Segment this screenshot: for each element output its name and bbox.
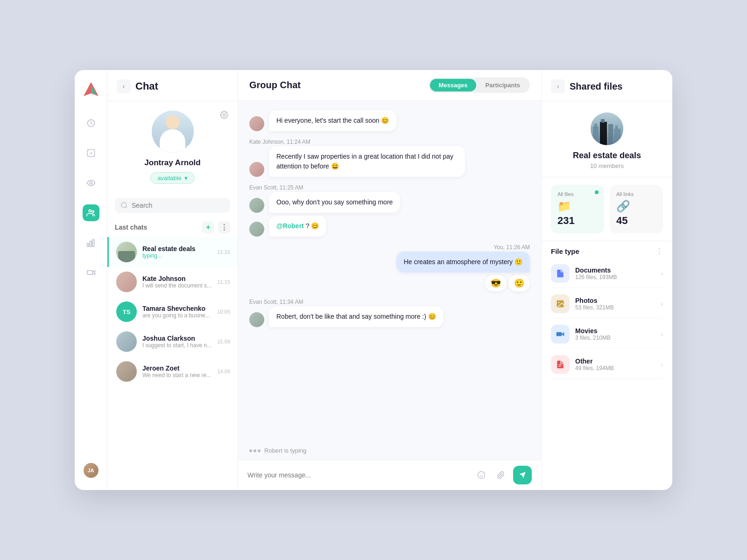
chat-item[interactable]: Joshua Clarkson I suggest to start, I ha… (107, 327, 238, 357)
message-row: @Robert ? 😊 (249, 216, 530, 237)
chat-name: Jeroen Zoet (142, 364, 211, 372)
message-bubble: Ooo, why don't you say something more (269, 192, 400, 213)
chat-header-title: Group Chat (249, 80, 301, 91)
svg-point-13 (478, 472, 485, 479)
svg-rect-7 (87, 244, 88, 247)
svg-rect-22 (615, 126, 618, 129)
settings-icon[interactable] (220, 111, 228, 121)
chevron-right-icon: › (661, 300, 663, 308)
message-row: Recently I saw properties in a great loc… (249, 146, 530, 177)
chat-item[interactable]: Jeroen Zoet We need to start a new re...… (107, 357, 238, 386)
file-stats: All files 📁 231 All links 🔗 45 (542, 177, 672, 241)
file-type-info: Movies 3 files, 210MB (575, 327, 655, 341)
file-type-photos[interactable]: Photos 53 files, 321MB › (551, 290, 663, 318)
svg-point-6 (92, 210, 94, 212)
nav-video[interactable] (83, 264, 99, 281)
message-group: Kate Johnson, 11:24 AM Recently I saw pr… (249, 139, 530, 177)
chat-item[interactable]: Kate Johnson I will send the document s.… (107, 267, 238, 297)
chat-time: 14.09 (217, 369, 230, 374)
nav-tasks[interactable] (83, 145, 99, 161)
emoji-reaction-row: 😎 🙂 (249, 275, 530, 291)
right-panel-header: › Shared files (542, 79, 672, 101)
back-button[interactable]: ‹ (117, 79, 131, 93)
online-dot (595, 190, 599, 194)
message-row-sent: He creates an atmosphere of mystery 🙂 (249, 252, 530, 273)
attachment-button[interactable] (493, 468, 508, 483)
online-indicator (186, 145, 192, 151)
add-chat-button[interactable]: + (202, 221, 214, 233)
emoji-button[interactable] (474, 468, 489, 483)
other-icon (551, 355, 570, 374)
status-arrow: ▾ (184, 175, 188, 182)
file-type-documents[interactable]: Documents 126 files, 193MB › (551, 259, 663, 288)
chat-time: 10:05 (217, 309, 230, 315)
message-sender-label: You, 11:26 AM (249, 244, 530, 251)
message-bubble-mention: @Robert ? 😊 (269, 216, 326, 237)
chat-name: Tamara Shevchenko (142, 305, 211, 312)
chat-item[interactable]: TS Tamara Shevchenko are you going to a … (107, 297, 238, 327)
file-type-name: Photos (575, 297, 655, 304)
group-info: Real estate deals 10 members (542, 101, 672, 177)
chat-list: Real estate deals typing... 11:15 Kate J… (107, 237, 238, 481)
file-type-header: File type ⋮ (542, 241, 672, 259)
typing-dot (258, 449, 261, 452)
file-type-name: Other (575, 357, 655, 365)
message-avatar (249, 312, 264, 327)
last-chats-label: Last chats (115, 224, 147, 231)
main-chat: Group Chat Messages Participants Hi ever… (238, 70, 542, 490)
nav-analytics[interactable] (83, 234, 99, 251)
chevron-right-icon: › (661, 330, 663, 338)
profile-section: Jontray Arnold available ▾ (107, 101, 238, 193)
message-avatar (249, 162, 264, 177)
expand-button[interactable]: › (551, 79, 565, 93)
last-chats-header: Last chats + ⋮ (107, 217, 238, 237)
file-type-name: Documents (575, 266, 655, 274)
chevron-right-icon: › (661, 270, 663, 277)
file-type-movies[interactable]: Movies 3 files, 210MB › (551, 320, 663, 349)
nav-visibility[interactable] (83, 175, 99, 191)
all-links-card[interactable]: All links 🔗 45 (610, 185, 663, 233)
nav-contacts[interactable] (83, 204, 99, 221)
file-type-other[interactable]: Other 49 files, 194MB › (551, 350, 663, 379)
chat-avatar-joshua (116, 331, 137, 352)
chat-preview: are you going to a busine... (142, 312, 211, 319)
file-type-meta: 53 files, 321MB (575, 304, 655, 311)
left-nav: JA (75, 70, 107, 490)
nav-bottom: JA (83, 462, 99, 479)
message-bubble: Hi everyone, let's start the call soon 😊 (269, 110, 396, 131)
search-icon (120, 202, 128, 209)
message-avatar (249, 116, 264, 131)
message-bubble-sent: He creates an atmosphere of mystery 🙂 (396, 252, 530, 273)
chat-name: Real estate deals (142, 245, 211, 252)
emoji-bubble: 😎 (485, 275, 507, 291)
nav-history[interactable] (83, 115, 99, 132)
file-type-info: Other 49 files, 194MB (575, 357, 655, 371)
nav-user-avatar[interactable]: JA (83, 462, 99, 479)
chat-time: 15.09 (217, 339, 230, 344)
message-input[interactable] (247, 471, 469, 479)
typing-dot (254, 449, 256, 452)
right-panel: › Shared files Real e (542, 70, 672, 490)
tab-participants[interactable]: Participants (477, 79, 529, 91)
chat-preview: I will send the document s... (142, 282, 211, 289)
svg-point-5 (89, 210, 91, 212)
chat-name: Joshua Clarkson (142, 335, 211, 342)
photos-icon (551, 294, 570, 313)
file-type-more[interactable]: ⋮ (655, 247, 663, 256)
message-avatar (249, 198, 264, 213)
typing-dots (249, 449, 261, 452)
mention-tag: @Robert (276, 222, 304, 230)
all-files-card[interactable]: All files 📁 231 (551, 185, 604, 233)
status-badge[interactable]: available ▾ (150, 172, 194, 184)
more-chats-button[interactable]: ⋮ (218, 221, 230, 233)
tab-messages[interactable]: Messages (430, 79, 476, 91)
group-avatar (591, 112, 623, 145)
file-type-name: Movies (575, 327, 655, 335)
chat-avatar-jeroen (116, 361, 137, 382)
chat-item[interactable]: Real estate deals typing... 11:15 (107, 237, 238, 267)
message-row: Ooo, why don't you say something more (249, 192, 530, 213)
search-input[interactable] (132, 202, 225, 209)
chat-preview: typing... (142, 252, 211, 259)
message-input-area (238, 460, 541, 490)
send-button[interactable] (513, 466, 532, 484)
